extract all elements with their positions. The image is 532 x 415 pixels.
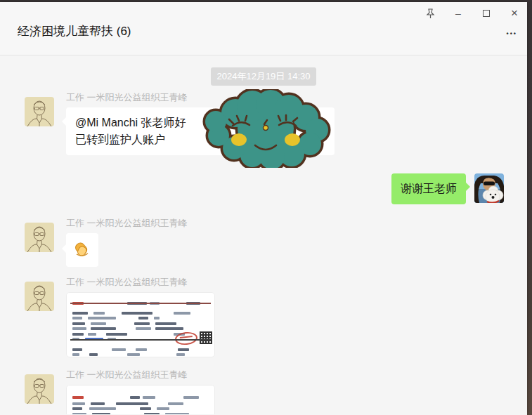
bank-transfer-receipt-photo[interactable]: [66, 292, 215, 357]
reply-message-bubble[interactable]: 谢谢王老师: [391, 173, 466, 204]
chat-message-area: 2024年12月19日 14:30: [0, 55, 527, 414]
more-menu-button[interactable]: •••: [504, 27, 520, 40]
message-group-image: 工作 一米阳光公益组织王青峰: [0, 277, 527, 357]
woman-with-white-dog-avatar[interactable]: [474, 173, 504, 203]
message-group-image: 工作 一米阳光公益组织王青峰: [0, 370, 527, 414]
window-controls: – ×: [424, 8, 520, 19]
pin-icon[interactable]: [424, 8, 436, 19]
message-group-reply: 谢谢王老师: [0, 173, 527, 204]
maximize-icon: [483, 10, 490, 17]
desktop-background: 经济困境儿童帮扶 (6) – × ••• 2024年12月19日 14:30: [0, 0, 532, 415]
maximize-button[interactable]: [481, 8, 492, 19]
teal-cloud-smiley-sticker[interactable]: [199, 89, 332, 168]
close-button[interactable]: ×: [509, 8, 520, 19]
titlebar: 经济困境儿童帮扶 (6) – × •••: [0, 2, 527, 55]
sender-name: 工作 一米阳光公益组织王青峰: [66, 218, 188, 228]
wechat-chat-window: 经济困境儿童帮扶 (6) – × ••• 2024年12月19日 14:30: [0, 2, 527, 415]
sender-name: 工作 一米阳光公益组织王青峰: [66, 277, 215, 287]
sketch-man-avatar[interactable]: [25, 223, 54, 252]
chat-title: 经济困境儿童帮扶 (6): [18, 23, 131, 39]
message-group-emoji: 工作 一米阳光公益组织王青峰: [0, 218, 527, 267]
sketch-man-avatar[interactable]: [25, 374, 54, 404]
emoji-message-bubble[interactable]: [66, 233, 98, 267]
sketch-man-avatar[interactable]: [25, 97, 54, 126]
sender-name: 工作 一米阳光公益组织王青峰: [66, 370, 215, 380]
bank-transfer-receipt-photo-partial[interactable]: [66, 385, 215, 414]
fist-palm-salute-emoji: [73, 240, 91, 258]
date-header-badge: 2024年12月19日 14:30: [211, 67, 317, 86]
minimize-button[interactable]: –: [453, 8, 464, 19]
sketch-man-avatar[interactable]: [25, 282, 54, 311]
